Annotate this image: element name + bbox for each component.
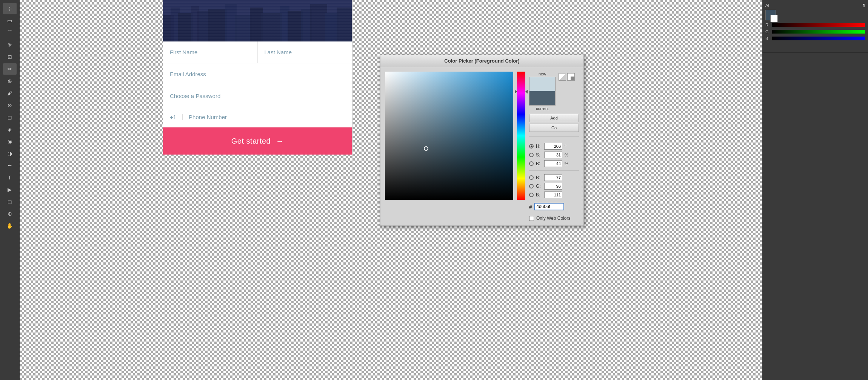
foreground-color[interactable] (765, 10, 776, 20)
brightness-radio[interactable] (529, 161, 534, 166)
svg-rect-0 (163, 0, 352, 41)
magic-wand-tool[interactable]: ✳ (3, 39, 17, 51)
arrow-icon: → (276, 137, 283, 146)
blue-value-input[interactable] (544, 192, 562, 198)
text-tool[interactable]: T (3, 172, 17, 183)
g-bar[interactable] (772, 30, 865, 34)
add-to-swatches-button[interactable]: Add (529, 114, 579, 122)
svg-rect-14 (310, 4, 327, 41)
blue-radio[interactable] (529, 193, 534, 197)
ai-label: AI (765, 3, 773, 8)
shape-tool[interactable]: ◻ (3, 196, 17, 207)
swatch-current[interactable] (529, 91, 556, 106)
blur-tool[interactable]: ◉ (3, 136, 17, 147)
last-name-field[interactable]: Last Name (258, 41, 352, 63)
zoom-tool[interactable]: ⊕ (3, 208, 17, 219)
hue-slider-container[interactable] (517, 72, 525, 200)
pattern-swatch[interactable] (559, 73, 566, 81)
color-inputs: H: ° S: % B: % (529, 143, 579, 198)
toolbar: ⊹ ▭ ⌒ ✳ ⊡ ✏ ⊕ 🖌 ⊗ ◻ ◈ ◉ ◑ ✒ T ▶ ◻ ⊕ ✋ (0, 0, 20, 380)
brightness-unit: % (565, 161, 569, 166)
dialog-title: Color Picker (Foreground Color) (380, 55, 583, 67)
svg-rect-1 (163, 15, 174, 41)
blue-input-row: B: (529, 192, 579, 198)
last-name-placeholder: Last Name (265, 49, 292, 55)
hue-label: H: (536, 144, 542, 149)
green-input-row: G: (529, 183, 579, 190)
select-rect-tool[interactable]: ▭ (3, 15, 17, 26)
phone-placeholder: Phone Number (189, 114, 227, 120)
eyedropper-tool[interactable]: ✏ (3, 63, 17, 75)
svg-rect-7 (225, 4, 237, 41)
top-icons: ¶ (774, 3, 865, 8)
swatch-new[interactable] (529, 77, 556, 91)
background-color[interactable] (770, 15, 778, 22)
password-field[interactable]: Choose a Password (163, 85, 352, 107)
lasso-tool[interactable]: ⌒ (3, 27, 17, 38)
move-tool[interactable]: ⊹ (3, 3, 17, 14)
g-bar-row: G (765, 29, 865, 34)
pen-tool[interactable]: ✒ (3, 160, 17, 171)
red-input-row: R: (529, 174, 579, 181)
color-gradient-canvas[interactable] (385, 72, 513, 200)
hue-value-input[interactable] (544, 143, 562, 150)
brightness-label: B: (536, 161, 542, 166)
red-radio[interactable] (529, 175, 534, 180)
dodge-tool[interactable]: ◑ (3, 148, 17, 159)
svg-rect-9 (250, 8, 263, 41)
hex-row: # (529, 203, 579, 210)
right-panel-top: AI ¶ R G B (762, 0, 868, 53)
red-value-input[interactable] (544, 174, 562, 181)
hue-unit: ° (565, 144, 569, 149)
svg-rect-2 (171, 8, 180, 41)
white-swatch[interactable] (567, 73, 575, 81)
svg-rect-8 (235, 15, 252, 41)
saturation-radio[interactable] (529, 153, 534, 157)
svg-rect-15 (325, 13, 339, 41)
hex-input[interactable] (534, 203, 564, 210)
saturation-unit: % (565, 153, 569, 157)
hue-arrow-right (525, 90, 528, 93)
saturation-value-input[interactable] (544, 152, 562, 158)
brightness-value-input[interactable] (544, 160, 562, 167)
email-field[interactable]: Email Address (163, 63, 352, 85)
hex-label: # (529, 204, 532, 210)
phone-row[interactable]: +1 Phone Number (163, 107, 352, 127)
path-select-tool[interactable]: ▶ (3, 184, 17, 195)
green-label: G: (536, 184, 542, 189)
first-name-placeholder: First Name (170, 49, 197, 55)
svg-rect-3 (178, 13, 193, 41)
crop-tool[interactable]: ⊡ (3, 51, 17, 63)
svg-rect-16 (337, 8, 352, 41)
svg-rect-17 (163, 0, 352, 41)
hue-slider[interactable] (517, 72, 525, 200)
green-value-input[interactable] (544, 183, 562, 190)
svg-rect-10 (261, 13, 282, 41)
hand-tool[interactable]: ✋ (3, 220, 17, 231)
eraser-tool[interactable]: ◻ (3, 112, 17, 123)
healing-tool[interactable]: ⊕ (3, 75, 17, 87)
gradient-tool[interactable]: ◈ (3, 124, 17, 135)
b-bar[interactable] (772, 37, 865, 40)
first-name-field[interactable]: First Name (163, 41, 258, 63)
password-row[interactable]: Choose a Password (163, 85, 352, 107)
current-label: current (536, 106, 549, 111)
only-web-colors-checkbox[interactable] (529, 216, 534, 221)
b-label: B (765, 36, 771, 41)
clone-tool[interactable]: ⊗ (3, 100, 17, 111)
panel-icon-1[interactable]: ¶ (863, 3, 865, 8)
r-bar[interactable] (772, 23, 865, 27)
hue-radio[interactable] (529, 144, 534, 149)
color-picker-dialog: Color Picker (Foreground Color) new (380, 55, 584, 226)
form-fields: First Name Last Name Email Address Choos… (163, 41, 352, 127)
b-bar-row: B (765, 36, 865, 41)
green-radio[interactable] (529, 184, 534, 188)
color-libraries-button[interactable]: Co (529, 124, 579, 132)
brush-tool[interactable]: 🖌 (3, 87, 17, 99)
password-placeholder: Choose a Password (170, 93, 220, 99)
email-row[interactable]: Email Address (163, 63, 352, 85)
submit-button[interactable]: Get started → (163, 127, 352, 155)
r-bar-row: R (765, 23, 865, 27)
name-row: First Name Last Name (163, 41, 352, 63)
g-label: G (765, 29, 771, 34)
